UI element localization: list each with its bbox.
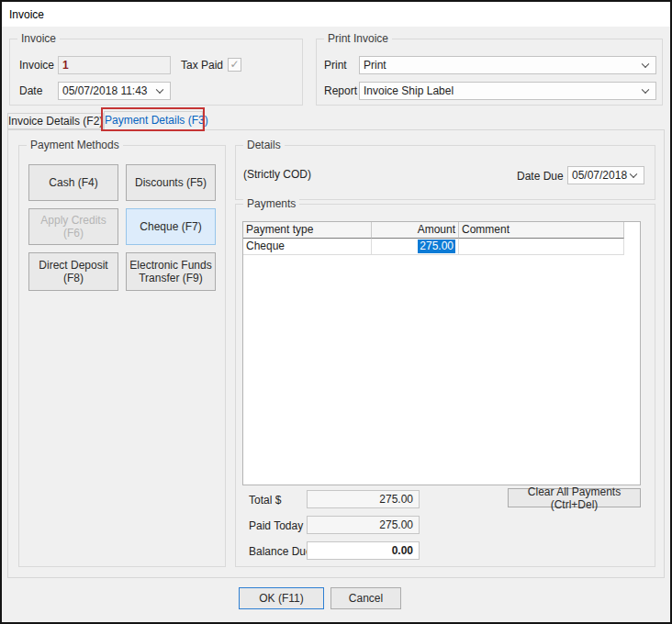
date-due-label: Date Due	[517, 170, 564, 183]
cheque-button-label: Cheque (F7)	[140, 220, 201, 233]
invoice-number-label: Invoice	[19, 59, 54, 72]
invoice-group: Invoice Invoice 1 Tax Paid ✓ Date 05/07/…	[9, 39, 303, 106]
details-group-legend: Details	[243, 139, 285, 151]
invoice-date-value: 05/07/2018 11:43	[62, 84, 148, 97]
direct-deposit-button-label: Direct Deposit (F8)	[31, 259, 116, 284]
tab-payment-details-label: Payment Details (F3)	[105, 114, 208, 127]
comment-cell[interactable]	[459, 239, 624, 255]
print-combo-value: Print	[364, 59, 386, 72]
chevron-down-icon	[642, 60, 649, 67]
total-value-box: 275.00	[307, 490, 420, 508]
payment-methods-group: Payment Methods Cash (F4) Discounts (F5)…	[18, 145, 226, 567]
electronic-funds-transfer-button[interactable]: Electronic Funds Transfer (F9)	[126, 252, 216, 291]
total-label: Total $	[249, 494, 281, 507]
column-header-filler	[624, 222, 640, 239]
invoice-group-legend: Invoice	[17, 32, 60, 45]
payment-type-cell[interactable]: Cheque	[243, 239, 372, 255]
cash-button-label: Cash (F4)	[49, 176, 97, 189]
payment-methods-group-legend: Payment Methods	[27, 139, 123, 151]
invoice-dialog: Invoice Invoice Invoice 1 Tax Paid ✓ Dat…	[0, 0, 672, 624]
ok-button[interactable]: OK (F11)	[239, 587, 324, 609]
cash-button[interactable]: Cash (F4)	[28, 164, 118, 201]
payments-group: Payments Payment type Amount Comment Che…	[235, 204, 655, 567]
clear-all-payments-button[interactable]: Clear All Payments (Ctrl+Del)	[508, 488, 641, 507]
invoice-date-combo[interactable]: 05/07/2018 11:43	[58, 82, 171, 100]
date-due-combo[interactable]: 05/07/2018	[567, 166, 644, 184]
balance-due-value-box: 0.00	[307, 541, 420, 560]
table-row[interactable]: Cheque 275.00	[243, 239, 640, 255]
discounts-button[interactable]: Discounts (F5)	[126, 164, 216, 201]
paid-today-value-box: 275.00	[307, 516, 420, 534]
report-combo-value: Invoice Ship Label	[364, 84, 454, 97]
print-label: Print	[324, 59, 347, 72]
direct-deposit-button[interactable]: Direct Deposit (F8)	[28, 252, 118, 291]
column-header-payment-type[interactable]: Payment type	[243, 222, 372, 239]
strictly-cod-note: (Strictly COD)	[243, 168, 311, 181]
print-invoice-group-legend: Print Invoice	[324, 32, 392, 45]
column-header-comment[interactable]: Comment	[459, 222, 624, 239]
window-titlebar: Invoice	[2, 2, 670, 27]
payments-table-header: Payment type Amount Comment	[243, 222, 640, 239]
apply-credits-button: Apply Credits (F6)	[28, 208, 118, 245]
checkmark-icon: ✓	[230, 58, 239, 71]
details-group: Details (Strictly COD) Date Due 05/07/20…	[235, 145, 655, 200]
tab-invoice-details[interactable]: Invoice Details (F2)	[7, 113, 104, 129]
chevron-down-icon	[156, 85, 163, 93]
column-header-amount[interactable]: Amount	[372, 222, 459, 239]
date-due-value: 05/07/2018	[572, 169, 627, 182]
selected-amount-value[interactable]: 275.00	[418, 240, 455, 253]
print-invoice-group: Print Invoice Print Print Report Invoice…	[316, 39, 663, 106]
chevron-down-icon	[642, 85, 649, 93]
apply-credits-button-label: Apply Credits (F6)	[31, 214, 116, 240]
report-label: Report	[324, 84, 357, 97]
balance-due-label: Balance Due	[249, 545, 312, 558]
tax-paid-label: Tax Paid	[181, 59, 223, 72]
clear-all-payments-button-label: Clear All Payments (Ctrl+Del)	[510, 485, 638, 511]
discounts-button-label: Discounts (F5)	[135, 176, 207, 189]
chevron-down-icon	[630, 170, 637, 177]
invoice-number-field[interactable]: 1	[58, 56, 171, 74]
amount-cell[interactable]: 275.00	[372, 239, 459, 255]
payments-group-legend: Payments	[243, 197, 299, 210]
cancel-button[interactable]: Cancel	[330, 587, 401, 609]
tax-paid-checkbox: ✓	[228, 58, 241, 72]
cancel-button-label: Cancel	[349, 592, 383, 605]
date-label: Date	[19, 84, 42, 97]
report-combo[interactable]: Invoice Ship Label	[359, 82, 656, 100]
paid-today-label: Paid Today	[249, 519, 303, 532]
cheque-button[interactable]: Cheque (F7)	[126, 208, 216, 245]
window-title: Invoice	[9, 8, 44, 21]
payments-table[interactable]: Payment type Amount Comment Cheque 275.0…	[242, 221, 641, 485]
invoice-number-value: 1	[62, 59, 69, 72]
tab-payment-details[interactable]: Payment Details (F3)	[104, 111, 203, 130]
ok-button-label: OK (F11)	[259, 592, 303, 605]
electronic-funds-transfer-button-label: Electronic Funds Transfer (F9)	[129, 259, 213, 284]
tab-invoice-details-label: Invoice Details (F2)	[8, 115, 103, 128]
row-filler	[624, 239, 640, 255]
print-combo[interactable]: Print	[359, 56, 656, 74]
